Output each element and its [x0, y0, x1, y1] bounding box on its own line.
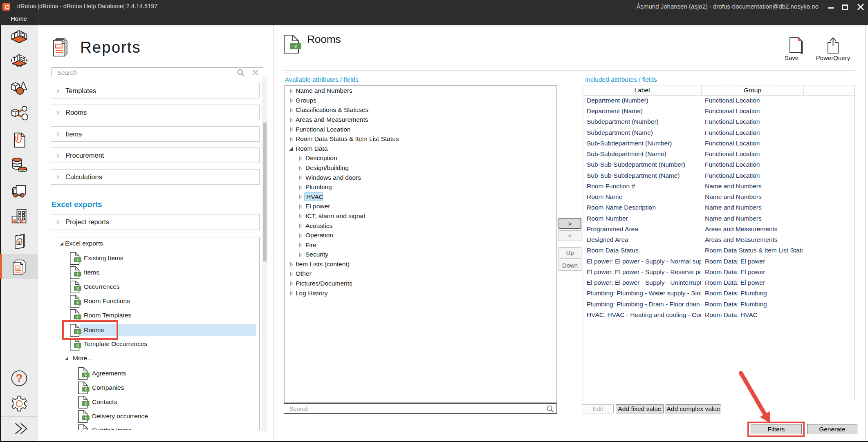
- svg-text:?: ?: [16, 372, 23, 384]
- svg-text:x: x: [294, 43, 297, 49]
